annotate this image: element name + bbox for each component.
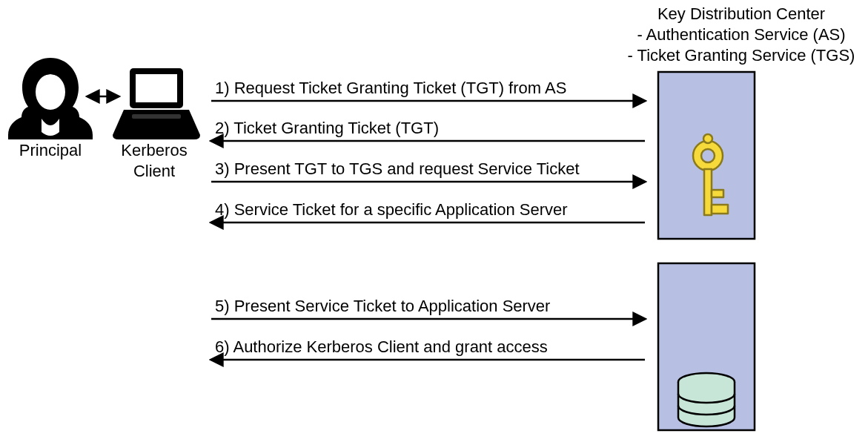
svg-rect-9 xyxy=(712,205,728,214)
svg-rect-3 xyxy=(132,114,181,119)
svg-rect-7 xyxy=(704,169,712,215)
diagram-svg xyxy=(0,0,868,445)
svg-point-6 xyxy=(703,134,712,143)
principal-icon xyxy=(8,58,93,139)
database-icon xyxy=(678,373,735,426)
laptop-icon xyxy=(113,68,200,139)
svg-point-5 xyxy=(701,149,715,162)
svg-rect-8 xyxy=(712,190,723,197)
svg-point-0 xyxy=(36,74,65,110)
svg-rect-2 xyxy=(136,74,177,102)
